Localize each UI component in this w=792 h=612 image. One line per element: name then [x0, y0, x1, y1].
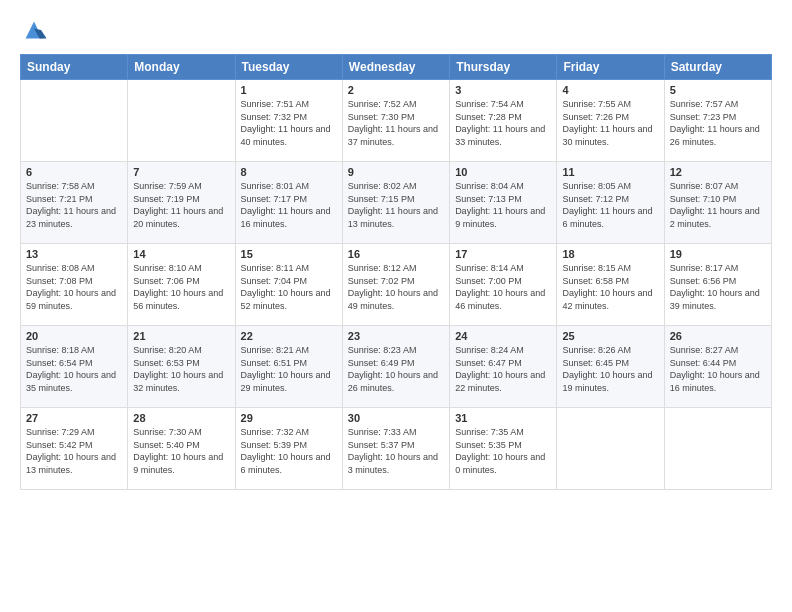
day-info: Sunrise: 8:15 AM Sunset: 6:58 PM Dayligh…: [562, 262, 658, 312]
day-info: Sunrise: 8:11 AM Sunset: 7:04 PM Dayligh…: [241, 262, 337, 312]
day-number: 11: [562, 166, 658, 178]
day-info: Sunrise: 7:54 AM Sunset: 7:28 PM Dayligh…: [455, 98, 551, 148]
calendar-cell: 27Sunrise: 7:29 AM Sunset: 5:42 PM Dayli…: [21, 408, 128, 490]
day-number: 28: [133, 412, 229, 424]
day-of-week-header: Sunday: [21, 55, 128, 80]
day-info: Sunrise: 8:27 AM Sunset: 6:44 PM Dayligh…: [670, 344, 766, 394]
calendar-cell: 4Sunrise: 7:55 AM Sunset: 7:26 PM Daylig…: [557, 80, 664, 162]
day-number: 4: [562, 84, 658, 96]
day-number: 14: [133, 248, 229, 260]
calendar-week-row: 13Sunrise: 8:08 AM Sunset: 7:08 PM Dayli…: [21, 244, 772, 326]
calendar-cell: 29Sunrise: 7:32 AM Sunset: 5:39 PM Dayli…: [235, 408, 342, 490]
day-info: Sunrise: 8:21 AM Sunset: 6:51 PM Dayligh…: [241, 344, 337, 394]
day-number: 23: [348, 330, 444, 342]
calendar-cell: 11Sunrise: 8:05 AM Sunset: 7:12 PM Dayli…: [557, 162, 664, 244]
calendar-cell: 8Sunrise: 8:01 AM Sunset: 7:17 PM Daylig…: [235, 162, 342, 244]
day-info: Sunrise: 7:35 AM Sunset: 5:35 PM Dayligh…: [455, 426, 551, 476]
day-number: 8: [241, 166, 337, 178]
day-info: Sunrise: 8:01 AM Sunset: 7:17 PM Dayligh…: [241, 180, 337, 230]
calendar-cell: 3Sunrise: 7:54 AM Sunset: 7:28 PM Daylig…: [450, 80, 557, 162]
calendar-cell: 17Sunrise: 8:14 AM Sunset: 7:00 PM Dayli…: [450, 244, 557, 326]
day-info: Sunrise: 8:04 AM Sunset: 7:13 PM Dayligh…: [455, 180, 551, 230]
day-info: Sunrise: 8:08 AM Sunset: 7:08 PM Dayligh…: [26, 262, 122, 312]
header: [20, 16, 772, 44]
day-number: 25: [562, 330, 658, 342]
day-of-week-header: Saturday: [664, 55, 771, 80]
calendar-cell: 25Sunrise: 8:26 AM Sunset: 6:45 PM Dayli…: [557, 326, 664, 408]
day-of-week-header: Friday: [557, 55, 664, 80]
day-info: Sunrise: 8:12 AM Sunset: 7:02 PM Dayligh…: [348, 262, 444, 312]
page: SundayMondayTuesdayWednesdayThursdayFrid…: [0, 0, 792, 612]
day-info: Sunrise: 8:02 AM Sunset: 7:15 PM Dayligh…: [348, 180, 444, 230]
calendar-cell: 7Sunrise: 7:59 AM Sunset: 7:19 PM Daylig…: [128, 162, 235, 244]
day-info: Sunrise: 7:52 AM Sunset: 7:30 PM Dayligh…: [348, 98, 444, 148]
calendar-cell: 5Sunrise: 7:57 AM Sunset: 7:23 PM Daylig…: [664, 80, 771, 162]
day-number: 20: [26, 330, 122, 342]
day-number: 19: [670, 248, 766, 260]
day-number: 24: [455, 330, 551, 342]
day-info: Sunrise: 8:20 AM Sunset: 6:53 PM Dayligh…: [133, 344, 229, 394]
day-number: 5: [670, 84, 766, 96]
day-info: Sunrise: 8:10 AM Sunset: 7:06 PM Dayligh…: [133, 262, 229, 312]
day-number: 2: [348, 84, 444, 96]
day-of-week-header: Monday: [128, 55, 235, 80]
calendar-cell: 16Sunrise: 8:12 AM Sunset: 7:02 PM Dayli…: [342, 244, 449, 326]
day-of-week-header: Tuesday: [235, 55, 342, 80]
day-number: 9: [348, 166, 444, 178]
day-number: 6: [26, 166, 122, 178]
day-number: 31: [455, 412, 551, 424]
day-info: Sunrise: 7:55 AM Sunset: 7:26 PM Dayligh…: [562, 98, 658, 148]
day-number: 1: [241, 84, 337, 96]
calendar-cell: 31Sunrise: 7:35 AM Sunset: 5:35 PM Dayli…: [450, 408, 557, 490]
day-info: Sunrise: 7:59 AM Sunset: 7:19 PM Dayligh…: [133, 180, 229, 230]
calendar-cell: 10Sunrise: 8:04 AM Sunset: 7:13 PM Dayli…: [450, 162, 557, 244]
day-info: Sunrise: 7:57 AM Sunset: 7:23 PM Dayligh…: [670, 98, 766, 148]
calendar-cell: [128, 80, 235, 162]
day-info: Sunrise: 7:33 AM Sunset: 5:37 PM Dayligh…: [348, 426, 444, 476]
day-of-week-header: Wednesday: [342, 55, 449, 80]
day-info: Sunrise: 8:14 AM Sunset: 7:00 PM Dayligh…: [455, 262, 551, 312]
day-info: Sunrise: 7:51 AM Sunset: 7:32 PM Dayligh…: [241, 98, 337, 148]
day-of-week-header: Thursday: [450, 55, 557, 80]
day-number: 22: [241, 330, 337, 342]
logo-icon: [20, 16, 48, 44]
day-number: 18: [562, 248, 658, 260]
day-number: 7: [133, 166, 229, 178]
day-info: Sunrise: 8:23 AM Sunset: 6:49 PM Dayligh…: [348, 344, 444, 394]
day-number: 29: [241, 412, 337, 424]
calendar: SundayMondayTuesdayWednesdayThursdayFrid…: [20, 54, 772, 490]
calendar-cell: 14Sunrise: 8:10 AM Sunset: 7:06 PM Dayli…: [128, 244, 235, 326]
day-info: Sunrise: 7:58 AM Sunset: 7:21 PM Dayligh…: [26, 180, 122, 230]
calendar-cell: 6Sunrise: 7:58 AM Sunset: 7:21 PM Daylig…: [21, 162, 128, 244]
day-info: Sunrise: 8:17 AM Sunset: 6:56 PM Dayligh…: [670, 262, 766, 312]
calendar-cell: [557, 408, 664, 490]
day-number: 15: [241, 248, 337, 260]
day-info: Sunrise: 8:07 AM Sunset: 7:10 PM Dayligh…: [670, 180, 766, 230]
day-number: 21: [133, 330, 229, 342]
calendar-cell: 9Sunrise: 8:02 AM Sunset: 7:15 PM Daylig…: [342, 162, 449, 244]
calendar-cell: [664, 408, 771, 490]
calendar-week-row: 20Sunrise: 8:18 AM Sunset: 6:54 PM Dayli…: [21, 326, 772, 408]
day-number: 30: [348, 412, 444, 424]
calendar-header-row: SundayMondayTuesdayWednesdayThursdayFrid…: [21, 55, 772, 80]
calendar-week-row: 1Sunrise: 7:51 AM Sunset: 7:32 PM Daylig…: [21, 80, 772, 162]
day-info: Sunrise: 7:29 AM Sunset: 5:42 PM Dayligh…: [26, 426, 122, 476]
calendar-cell: 13Sunrise: 8:08 AM Sunset: 7:08 PM Dayli…: [21, 244, 128, 326]
day-info: Sunrise: 7:30 AM Sunset: 5:40 PM Dayligh…: [133, 426, 229, 476]
calendar-cell: 20Sunrise: 8:18 AM Sunset: 6:54 PM Dayli…: [21, 326, 128, 408]
calendar-cell: 2Sunrise: 7:52 AM Sunset: 7:30 PM Daylig…: [342, 80, 449, 162]
calendar-week-row: 6Sunrise: 7:58 AM Sunset: 7:21 PM Daylig…: [21, 162, 772, 244]
day-info: Sunrise: 8:05 AM Sunset: 7:12 PM Dayligh…: [562, 180, 658, 230]
calendar-cell: 26Sunrise: 8:27 AM Sunset: 6:44 PM Dayli…: [664, 326, 771, 408]
calendar-cell: 22Sunrise: 8:21 AM Sunset: 6:51 PM Dayli…: [235, 326, 342, 408]
calendar-cell: 24Sunrise: 8:24 AM Sunset: 6:47 PM Dayli…: [450, 326, 557, 408]
calendar-week-row: 27Sunrise: 7:29 AM Sunset: 5:42 PM Dayli…: [21, 408, 772, 490]
calendar-cell: 18Sunrise: 8:15 AM Sunset: 6:58 PM Dayli…: [557, 244, 664, 326]
calendar-cell: 30Sunrise: 7:33 AM Sunset: 5:37 PM Dayli…: [342, 408, 449, 490]
day-number: 10: [455, 166, 551, 178]
day-number: 13: [26, 248, 122, 260]
calendar-cell: 15Sunrise: 8:11 AM Sunset: 7:04 PM Dayli…: [235, 244, 342, 326]
calendar-cell: 28Sunrise: 7:30 AM Sunset: 5:40 PM Dayli…: [128, 408, 235, 490]
logo: [20, 16, 52, 44]
calendar-cell: 19Sunrise: 8:17 AM Sunset: 6:56 PM Dayli…: [664, 244, 771, 326]
